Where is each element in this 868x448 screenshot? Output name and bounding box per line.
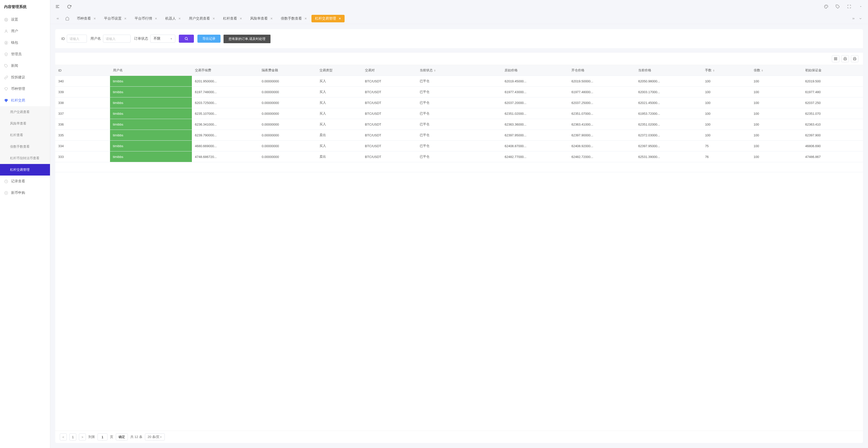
tab-lots[interactable]: 倍数手数查看✕ — [277, 15, 310, 22]
tab-risk[interactable]: 风险率查看✕ — [247, 15, 276, 22]
sidebar-sub-user-trade[interactable]: 用户交易查看 — [0, 106, 50, 118]
table-row[interactable]: 340timibbs6201.950000...0.00000000买入BTC/… — [55, 76, 863, 87]
toast-message: 您有新的订单,请及时处理 — [223, 35, 271, 43]
table-cell: 买入 — [316, 87, 362, 97]
id-input[interactable] — [67, 35, 87, 43]
sidebar-item-news[interactable]: 新闻 — [0, 60, 50, 71]
table-cell: 337 — [55, 108, 110, 119]
close-icon[interactable]: ✕ — [178, 17, 181, 20]
table-row[interactable]: 339timibbs6197.748000...0.00000000买入BTC/… — [55, 87, 863, 97]
table-row[interactable]: 335timibbs6239.790000...0.00000000卖出BTC/… — [55, 130, 863, 140]
sidebar-sub-transfer[interactable]: 杠杆币划转法币查看 — [0, 153, 50, 164]
tab-platform-coin-market[interactable]: 平台币行情✕ — [131, 15, 161, 22]
close-icon[interactable]: ✕ — [304, 17, 307, 20]
close-icon[interactable]: ✕ — [155, 17, 157, 20]
tab-coin-view[interactable]: 币种查看✕ — [73, 15, 99, 22]
table-row[interactable]: 338timibbs6203.725000...0.00000000买入BTC/… — [55, 97, 863, 108]
close-icon[interactable]: ✕ — [124, 17, 127, 20]
page-input[interactable] — [97, 434, 107, 441]
table-cell: 已平仓 — [417, 152, 502, 162]
tabs-bar: 币种查看✕ 平台币设置✕ 平台币行情✕ 机器人✕ 用户交易查看✕ 杠杆查看✕ 风… — [50, 13, 868, 24]
tags-icon[interactable] — [835, 4, 840, 9]
dropdown-icon[interactable] — [859, 4, 863, 9]
tab-user-trade[interactable]: 用户交易查看✕ — [185, 15, 218, 22]
table-header-cell: 初始保证金 — [802, 65, 863, 76]
sidebar-item-coin-mgmt[interactable]: 币种管理 — [0, 83, 50, 95]
tabs-menu-icon[interactable] — [858, 17, 863, 20]
close-icon[interactable]: ✕ — [213, 17, 215, 20]
table-header-cell: ID — [55, 65, 110, 76]
refresh-icon[interactable] — [67, 4, 71, 9]
page-next-button[interactable]: > — [79, 434, 86, 441]
page-size-select[interactable]: 20 条/页 ▼ — [145, 434, 165, 441]
tab-lever-mgmt[interactable]: 杠杆交易管理✕ — [311, 15, 345, 22]
sidebar-sub-lever-view[interactable]: 杠杆查看 — [0, 129, 50, 141]
svg-point-13 — [825, 5, 826, 6]
close-icon[interactable]: ✕ — [93, 17, 96, 20]
table-cell: 已平仓 — [417, 119, 502, 130]
svg-rect-22 — [844, 59, 846, 60]
tabs-prev-icon[interactable] — [55, 17, 60, 20]
page-confirm-button[interactable]: 确定 — [116, 434, 128, 441]
table-row[interactable]: 336timibbs6236.341000...0.00000000买入BTC/… — [55, 119, 863, 130]
table-header-cell[interactable]: 手数▲▼ — [702, 65, 750, 76]
tabs-next-icon[interactable] — [851, 17, 856, 20]
chevron-down-icon: ▼ — [170, 37, 173, 40]
sidebar-item-settings[interactable]: 设置 — [0, 14, 50, 25]
home-tab[interactable] — [62, 15, 72, 22]
theme-icon[interactable] — [824, 4, 828, 9]
sort-icon: ▲▼ — [713, 69, 715, 72]
close-icon[interactable]: ✕ — [339, 17, 341, 20]
username-input[interactable] — [103, 35, 131, 43]
table-cell: 61953.72000... — [635, 108, 702, 119]
table-cell: 100 — [751, 108, 802, 119]
sidebar-item-feedback[interactable]: 投拆建议 — [0, 71, 50, 83]
table-row[interactable]: 337timibbs6235.107000...0.00000000买入BTC/… — [55, 108, 863, 119]
menu-toggle-icon[interactable] — [55, 4, 60, 9]
export-button[interactable]: 导出记录 — [197, 35, 220, 43]
table-header-cell[interactable]: 当前状态▲▼ — [417, 65, 502, 76]
print-icon[interactable] — [841, 55, 849, 62]
sidebar-menu: 设置 用户 钱包 管理员 新闻 投拆建议 — [0, 14, 50, 448]
page-1-button[interactable]: 1 — [69, 434, 76, 441]
sidebar-item-admin[interactable]: 管理员 — [0, 49, 50, 60]
sidebar-item-label: 管理员 — [11, 52, 22, 57]
search-button[interactable] — [179, 35, 194, 43]
plus-icon — [4, 191, 8, 195]
tab-lever-view[interactable]: 杠杆查看✕ — [219, 15, 246, 22]
sidebar-sub-lever-mgmt[interactable]: 杠杆交易管理 — [0, 164, 50, 175]
table-header-cell: 隔夜费金额 — [259, 65, 316, 76]
sidebar-sub-risk[interactable]: 风险率查看 — [0, 118, 50, 129]
sidebar-item-newcoin[interactable]: 新币申购 — [0, 187, 50, 199]
table-row[interactable]: 334timibbs4680.669000...0.00000000买入BTC/… — [55, 140, 863, 152]
sidebar-item-users[interactable]: 用户 — [0, 25, 50, 37]
grid-icon[interactable] — [832, 55, 839, 62]
table-cell: 336 — [55, 119, 110, 130]
gear-icon — [4, 18, 8, 22]
print2-icon[interactable] — [851, 55, 859, 62]
page-prev-button[interactable]: < — [60, 434, 67, 441]
table-wrap[interactable]: ID用户名交易手续费隔夜费金额交易类型交易对当前状态▲▼原始价格开仓价格当前价格… — [55, 65, 863, 431]
sidebar-sub-lots[interactable]: 倍数手数查看 — [0, 141, 50, 153]
table-cell: 6235.107000... — [192, 108, 259, 119]
table-cell: 100 — [702, 76, 750, 87]
tab-robot[interactable]: 机器人✕ — [162, 15, 184, 22]
close-icon[interactable]: ✕ — [270, 17, 273, 20]
sidebar-item-records[interactable]: 记录查看 — [0, 175, 50, 187]
chevron-down-icon: ▼ — [159, 436, 162, 439]
fullscreen-icon[interactable] — [847, 4, 851, 9]
table-header-cell: 交易类型 — [316, 65, 362, 76]
table-row[interactable]: 333timibbs4748.686720...0.00000000卖出BTC/… — [55, 152, 863, 162]
sidebar-item-label: 杠杆交易 — [11, 98, 25, 103]
tag-icon — [4, 64, 8, 68]
table-cell: timibbs — [110, 76, 192, 87]
status-select[interactable]: 不限 ▼ — [150, 35, 175, 43]
close-icon[interactable]: ✕ — [240, 17, 242, 20]
table-cell: 100 — [702, 108, 750, 119]
sidebar-item-wallet[interactable]: 钱包 — [0, 37, 50, 49]
sidebar-item-leverage[interactable]: 杠杆交易 — [0, 95, 50, 106]
tab-platform-coin-set[interactable]: 平台币设置✕ — [100, 15, 130, 22]
table-header-cell[interactable]: 倍数▲▼ — [751, 65, 802, 76]
table-cell: 6203.725000... — [192, 97, 259, 108]
table-cell: 6239.790000... — [192, 130, 259, 140]
